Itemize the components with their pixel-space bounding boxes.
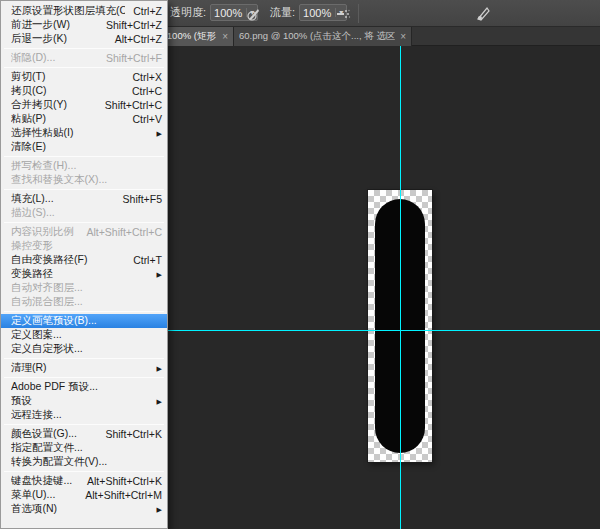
menu-item[interactable]: 定义图案... [1,328,167,342]
menu-item-label: 描边(S)... [11,206,162,220]
tablet-pressure-size-icon[interactable] [472,4,494,23]
menu-item[interactable]: 指定配置文件... [1,441,167,455]
tab-close-icon[interactable]: × [400,32,406,42]
menu-item-label: 键盘快捷键... [11,474,79,488]
menu-item: 操控变形 [1,239,167,253]
menu-item-label: 合并拷贝(Y) [11,98,97,112]
menu-item: 自动对齐图层... [1,281,167,295]
menu-item-label: 清理(R) [11,361,152,375]
tab-title: 60.png @ 100% (点击这个..., 将 选区转... [239,30,395,43]
submenu-arrow-icon: ▶ [157,271,162,278]
toolbar-divider [358,4,359,23]
menu-separator [4,156,164,157]
menu-item[interactable]: 键盘快捷键...Alt+Shift+Ctrl+K [1,474,167,488]
menu-item[interactable]: 前进一步(W)Shift+Ctrl+Z [1,18,167,32]
menu-item-label: 首选项(N) [11,502,152,516]
menu-item[interactable]: 定义画笔预设(B)... [1,314,167,328]
menu-item-label: 查找和替换文本(X)... [11,173,162,187]
opacity-label: 透明度: [170,5,206,20]
menu-item-label: 拼写检查(H)... [11,159,162,173]
menu-item-label: 定义图案... [11,328,162,342]
menu-item-shortcut: Alt+Shift+Ctrl+M [85,489,162,501]
menu-item[interactable]: 颜色设置(G)...Shift+Ctrl+K [1,427,167,441]
vertical-guide[interactable] [400,46,401,529]
tab-close-icon[interactable]: × [222,32,228,42]
menu-separator [4,222,164,223]
menu-item[interactable]: 首选项(N)▶ [1,502,167,516]
menu-item-shortcut: Ctrl+C [132,85,162,97]
menu-item: 自动混合图层... [1,295,167,309]
menu-item-label: 转换为配置文件(V)... [11,455,162,469]
menu-item[interactable]: 菜单(U)...Alt+Shift+Ctrl+M [1,488,167,502]
menu-item[interactable]: 填充(L)...Shift+F5 [1,192,167,206]
menu-item-label: 预设 [11,394,152,408]
menu-item[interactable]: 还原设置形状图层填充(O)Ctrl+Z [1,4,167,18]
menu-item[interactable]: 粘贴(P)Ctrl+V [1,112,167,126]
document-tab[interactable]: 60.png @ 100% (点击这个..., 将 选区转...× [234,27,412,46]
menu-item-label: Adobe PDF 预设... [11,380,162,394]
submenu-arrow-icon: ▶ [157,365,162,372]
edit-menu: 还原设置形状图层填充(O)Ctrl+Z前进一步(W)Shift+Ctrl+Z后退… [0,0,168,529]
menu-item-label: 菜单(U)... [11,488,77,502]
menu-item[interactable]: 远程连接... [1,408,167,422]
menu-item-label: 粘贴(P) [11,112,125,126]
menu-item[interactable]: 清理(R)▶ [1,361,167,375]
airbrush-icon[interactable] [332,4,354,23]
menu-item[interactable]: 自由变换路径(F)Ctrl+T [1,253,167,267]
photoshop-window: 透明度: 100% ▾ 流量: 100% ▾ [0,0,600,529]
flow-value: 100% [303,7,331,19]
menu-item-label: 内容识别比例 [11,225,78,239]
flow-label: 流量: [270,5,295,20]
menu-item-shortcut: Alt+Shift+Ctrl+K [87,475,162,487]
menu-item-label: 变换路径 [11,267,152,281]
menu-item-shortcut: Shift+Ctrl+F [106,52,162,64]
menu-item-label: 自动对齐图层... [11,281,162,295]
menu-separator [4,377,164,378]
menu-item-label: 渐隐(D)... [11,51,98,65]
menu-item[interactable]: 定义自定形状... [1,342,167,356]
menu-item-label: 还原设置形状图层填充(O) [11,4,125,18]
menu-item-shortcut: Ctrl+T [133,254,162,266]
menu-item[interactable]: 合并拷贝(Y)Shift+Ctrl+C [1,98,167,112]
menu-item[interactable]: 变换路径▶ [1,267,167,281]
menu-item-label: 指定配置文件... [11,441,162,455]
menu-item-shortcut: Alt+Shift+Ctrl+C [86,226,162,238]
menu-item-shortcut: Ctrl+X [133,71,162,83]
menu-item-label: 定义自定形状... [11,342,162,356]
menu-item: 内容识别比例Alt+Shift+Ctrl+C [1,225,167,239]
menu-separator [4,471,164,472]
menu-item[interactable]: 剪切(T)Ctrl+X [1,70,167,84]
menu-item[interactable]: 预设▶ [1,394,167,408]
menu-separator [4,48,164,49]
submenu-arrow-icon: ▶ [157,398,162,405]
menu-item-label: 后退一步(K) [11,32,107,46]
menu-item[interactable]: 后退一步(K)Alt+Ctrl+Z [1,32,167,46]
menu-separator [4,424,164,425]
menu-item: 查找和替换文本(X)... [1,173,167,187]
menu-item-label: 清除(E) [11,140,162,154]
menu-separator [4,67,164,68]
menu-item-label: 选择性粘贴(I) [11,126,152,140]
menu-item[interactable]: 转换为配置文件(V)... [1,455,167,469]
menu-item: 描边(S)... [1,206,167,220]
menu-item-label: 拷贝(C) [11,84,124,98]
menu-item[interactable]: 拷贝(C)Ctrl+C [1,84,167,98]
menu-item-shortcut: Shift+Ctrl+K [105,428,162,440]
menu-item[interactable]: 选择性粘贴(I)▶ [1,126,167,140]
menu-item-shortcut: Shift+Ctrl+C [105,99,162,111]
menu-item-shortcut: Shift+Ctrl+Z [106,19,162,31]
menu-item-label: 剪切(T) [11,70,125,84]
tablet-pressure-opacity-icon[interactable] [242,4,264,23]
menu-item-shortcut: Alt+Ctrl+Z [115,33,162,45]
menu-item-shortcut: Ctrl+Z [133,5,162,17]
menu-separator [4,358,164,359]
menu-item-label: 定义画笔预设(B)... [11,314,162,328]
submenu-arrow-icon: ▶ [157,506,162,513]
opacity-value: 100% [214,7,242,19]
menu-separator [4,189,164,190]
menu-item[interactable]: 清除(E) [1,140,167,154]
menu-item: 拼写检查(H)... [1,159,167,173]
menu-item-label: 颜色设置(G)... [11,427,97,441]
menu-item[interactable]: Adobe PDF 预设... [1,380,167,394]
menu-item-label: 自动混合图层... [11,295,162,309]
